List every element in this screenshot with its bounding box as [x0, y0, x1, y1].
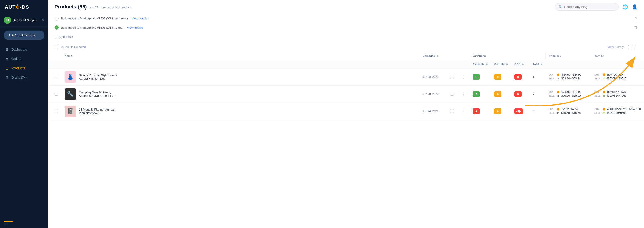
page-title-row: Products (55) and 27 more untracked prod…	[54, 4, 132, 10]
th-sub-uploaded	[420, 60, 447, 68]
notif-close-1[interactable]: ✕	[634, 16, 638, 21]
product-status-cell-3[interactable]	[447, 103, 457, 120]
filter-bar: ⊟ Add Filter	[48, 32, 644, 42]
product-price-2: BUY 🔶 $15.99 - $19.99 SELL 🛍 $50.00 - $5…	[546, 86, 591, 103]
product-uploaded-2: Jun 28, 2020	[420, 86, 447, 103]
th-item-id: Item ID	[591, 52, 644, 60]
row-checkbox-2[interactable]	[54, 92, 58, 96]
account-row[interactable]: A4 AutoDS 4 Shopify ✎	[0, 14, 48, 26]
notif-text-1: Bulk import to Marketplace #1507 (0/1 in…	[61, 17, 128, 20]
sidebar-item-label: Drafts (74)	[12, 76, 26, 79]
notif-close-2[interactable]: 🗑	[634, 26, 638, 30]
amazon-icon-2: 🔶	[602, 90, 606, 94]
th-sub-status	[447, 60, 457, 68]
product-status-cell-1[interactable]	[447, 68, 457, 86]
edit-icon[interactable]: ✎	[42, 18, 44, 22]
th-price: Price ⇅ ∨	[546, 52, 591, 60]
product-status-checkbox-1[interactable]	[450, 75, 454, 78]
dashboard-icon: ⊟	[4, 47, 9, 52]
product-dots-button-2[interactable]: ⋮	[460, 91, 466, 97]
th-sub-name	[62, 60, 420, 68]
drafts-icon: ⬆	[4, 75, 9, 80]
logo-text: AUTŌ-DS ─	[4, 4, 34, 10]
sell-shopify-icon-1: 🛍	[556, 77, 559, 80]
sidebar-nav: ⊟ Dashboard ≡ Orders ◻ Products ⬆ Drafts…	[0, 44, 48, 133]
buy-item-id-1: B07TQVQQ4P	[607, 73, 625, 76]
product-name-cell: 📓 18 Monthly Planner Annual Plan Noteboo…	[62, 103, 420, 120]
price-sort-icon[interactable]: ⇅ ∨	[557, 55, 561, 57]
buy-price-1: $24.99 - $24.99	[562, 73, 581, 76]
row-checkbox-3[interactable]	[54, 109, 58, 113]
oos-sort-icon[interactable]: ⇅	[522, 63, 524, 66]
product-status-cell-2[interactable]	[447, 86, 457, 103]
table-row: 🔧 Camping Gear Multitool, Anumit Surviva…	[48, 86, 644, 103]
notif-link-1[interactable]: View details	[132, 17, 147, 20]
onhold-badge-3: 0	[494, 109, 502, 114]
row-checkbox-cell	[48, 86, 62, 103]
oos-badge-3: 4 ?	[514, 109, 523, 114]
buy-price-3: $7.52 - $7.52	[562, 108, 578, 111]
th-name: Name	[62, 52, 420, 60]
user-icon[interactable]: 👤	[632, 4, 638, 10]
sidebar-item-orders[interactable]: ≡ Orders	[2, 54, 46, 63]
search-bar[interactable]: 🔍	[554, 3, 619, 11]
add-products-button[interactable]: + + Add Products	[4, 31, 44, 40]
page-subtitle: and 27 more untracked products	[89, 6, 132, 9]
product-status-checkbox-3[interactable]	[450, 109, 454, 113]
total-sort-icon[interactable]: ⇅	[540, 63, 542, 66]
product-image-1: 👗	[65, 71, 76, 83]
product-itemid-2: BUY 🔶 B07RHYYHWK SELL 🛍 4700781477965	[591, 86, 644, 103]
product-dots-button-3[interactable]: ⋮	[460, 108, 466, 114]
products-table: Name Uploaded ⇅ Variations Price ⇅ ∨ Ite…	[48, 52, 644, 120]
product-onhold-3: 0	[491, 103, 511, 120]
globe-icon[interactable]: 🌐	[622, 4, 628, 10]
product-available-1: 1	[469, 68, 491, 86]
account-name: AutoDS 4 Shopify	[13, 19, 40, 22]
sidebar-item-label: Orders	[12, 57, 21, 61]
product-name-2: Camping Gear Multitool, Anumit Survival …	[79, 91, 120, 98]
th-sub-check	[48, 60, 62, 68]
th-status	[447, 52, 457, 60]
add-filter-label[interactable]: Add Filter	[59, 35, 73, 39]
product-uploaded-3: Jun 24, 2020	[420, 103, 447, 120]
product-dots-cell-1: ⋮	[457, 68, 469, 86]
row-checkbox-1[interactable]	[54, 75, 58, 78]
sell-shopify-icon-3: 🛍	[556, 111, 559, 114]
sidebar-item-label: Products	[12, 66, 26, 70]
buy-itemid-label-1: BUY	[594, 74, 601, 76]
sidebar-item-drafts[interactable]: ⬆ Drafts (74)	[2, 73, 46, 82]
view-history-button[interactable]: View History	[607, 45, 624, 49]
sell-itemid-label-2: SELL	[594, 95, 601, 97]
product-total-1: 1	[530, 68, 546, 86]
th-checkbox	[48, 52, 62, 60]
onhold-sort-icon[interactable]: ⇅	[506, 63, 508, 66]
orders-icon: ≡	[4, 57, 9, 61]
uploaded-sort-icon[interactable]: ⇅	[436, 55, 438, 57]
available-sort-icon[interactable]: ⇅	[486, 63, 488, 66]
product-available-2: 2	[469, 86, 491, 103]
available-badge-1: 1	[472, 74, 480, 80]
product-dots-button-1[interactable]: ⋮	[460, 74, 466, 80]
product-status-checkbox-2[interactable]	[450, 92, 454, 96]
sell-label-3: SELL	[549, 112, 555, 114]
notif-link-2[interactable]: View details	[127, 26, 143, 29]
sell-itemid-label-1: SELL	[594, 77, 601, 80]
sell-itemid-label-3: SELL	[594, 112, 601, 114]
product-name-cell: 🔧 Camping Gear Multitool, Anumit Surviva…	[62, 86, 420, 103]
notif-text-2: Bulk import to Marketplace #1506 (1/1 fi…	[61, 26, 123, 29]
oos-warning-icon[interactable]: ?	[518, 110, 521, 113]
sidebar-item-products[interactable]: ◻ Products	[2, 64, 46, 73]
sidebar-item-dashboard[interactable]: ⊟ Dashboard	[2, 45, 46, 54]
columns-icon[interactable]: ⋮⋮⋮	[626, 45, 638, 49]
table-row: 👗 Disney Princess Style Series Aurora Fa…	[48, 68, 644, 86]
available-badge-3: 0	[472, 109, 480, 114]
row-checkbox-cell	[48, 68, 62, 86]
top-header: Products (55) and 27 more untracked prod…	[48, 0, 644, 14]
add-products-label: + Add Products	[12, 34, 35, 37]
header-right: 🔍 🌐 👤	[554, 3, 638, 11]
select-all-checkbox[interactable]	[54, 45, 58, 49]
search-input[interactable]	[564, 5, 615, 9]
th-total: Total ⇅	[530, 60, 546, 68]
notif-circle-icon	[54, 17, 59, 21]
product-dots-cell-3: ⋮	[457, 103, 469, 120]
